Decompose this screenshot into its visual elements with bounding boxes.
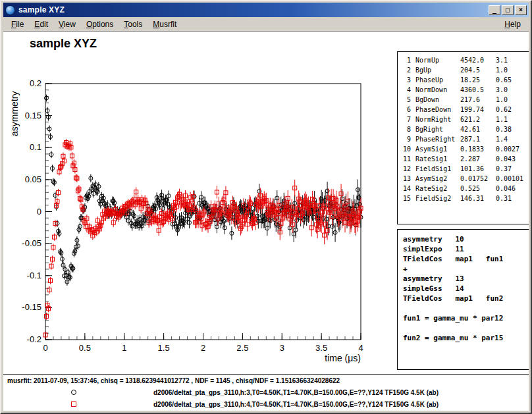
svg-text:3.5: 3.5 — [315, 343, 327, 353]
parameter-row: 8BgRight42.610.38 — [402, 126, 529, 136]
svg-text:1.5: 1.5 — [158, 343, 170, 353]
parameter-row: 1NormUp4542.03.1 — [402, 57, 529, 66]
theory-block: asymmetry 10simplExpo 11TFieldCos map1 f… — [397, 229, 529, 370]
parameter-row: 15FieldSig2146.310.31 — [402, 195, 529, 205]
menu-musrfit[interactable]: Musrfit — [147, 18, 182, 30]
svg-text:0.1: 0.1 — [30, 142, 41, 152]
svg-text:0.5: 0.5 — [79, 343, 91, 353]
pad-title: sample XYZ — [30, 37, 97, 51]
parameter-row: 9PhaseRight287.11.4 — [402, 136, 529, 145]
legend-row: d2006/deltat_pta_gps_3110,h:3,T0=4.50K,T… — [3, 388, 529, 398]
footer-separator — [3, 374, 529, 375]
svg-text:asymmetry: asymmetry — [9, 91, 20, 136]
svg-text:-0.1: -0.1 — [27, 271, 41, 280]
theory-line: + — [403, 265, 529, 274]
theory-line: simplExpo 11 — [403, 245, 529, 255]
parameter-row: 4NormDown4360.53.0 — [402, 86, 529, 96]
parameter-row: 2BgUp204.51.0 — [402, 66, 529, 76]
theory-line: asymmetry 13 — [403, 274, 529, 284]
menu-options[interactable]: Options — [81, 18, 119, 30]
theory-line: fun2 = gamma_mu * par15 — [403, 334, 529, 344]
parameter-row: 3PhaseUp18.250.65 — [402, 76, 529, 86]
menubar: FileEditViewOptionsToolsMusrfit Help — [3, 17, 529, 31]
parameter-row: 13AsymSig20.017520.00101 — [402, 175, 529, 185]
data-series-open-square — [43, 139, 363, 339]
theory-line — [403, 324, 529, 334]
app-window: sample XYZ _□× FileEditViewOptionsToolsM… — [0, 0, 532, 414]
plot-canvas[interactable]: 00.511.522.533.54-0.2-0.15-0.1-0.0500.05… — [3, 57, 385, 367]
close-button[interactable]: × — [515, 5, 527, 15]
maximize-button[interactable]: □ — [502, 5, 514, 15]
titlebar[interactable]: sample XYZ _□× — [3, 3, 529, 17]
menubar-items: FileEditViewOptionsToolsMusrfit — [6, 18, 182, 30]
svg-text:1: 1 — [122, 343, 126, 353]
svg-text:0.05: 0.05 — [25, 174, 41, 184]
app-icon — [5, 5, 15, 15]
svg-text:time (μs): time (μs) — [325, 353, 361, 363]
menu-file[interactable]: File — [6, 18, 29, 30]
svg-text:0.2: 0.2 — [30, 78, 41, 88]
window-title: sample XYZ — [18, 5, 65, 14]
menu-view[interactable]: View — [53, 18, 81, 30]
legend-row: d2006/deltat_pta_gps_3110,h:4,T0=4.50K,T… — [3, 400, 529, 410]
theory-line: simpleGss 14 — [403, 284, 529, 294]
svg-text:-0.15: -0.15 — [22, 302, 41, 312]
theory-line: fun1 = gamma_mu * par12 — [403, 314, 529, 324]
theory-line: asymmetry 10 — [403, 235, 529, 245]
square-marker-icon — [71, 401, 76, 407]
parameter-row: 11RateSig12.2870.043 — [402, 155, 529, 165]
parameter-row: 5BgDown217.61.0 — [402, 96, 529, 106]
menu-edit[interactable]: Edit — [29, 18, 53, 30]
svg-text:4: 4 — [358, 343, 363, 353]
svg-text:0: 0 — [43, 343, 47, 353]
menu-tools[interactable]: Tools — [119, 18, 147, 30]
theory-line: TFieldCos map1 fun2 — [403, 294, 529, 304]
parameter-row: 6PhaseDown199.740.62 — [402, 106, 529, 116]
window-controls: _□× — [489, 5, 527, 15]
svg-text:2.5: 2.5 — [236, 343, 248, 353]
theory-line — [403, 304, 529, 314]
parameter-table: 1NormUp4542.03.12BgUp204.51.03PhaseUp18.… — [397, 51, 529, 224]
parameter-row: 10AsymSig10.18330.0027 — [402, 145, 529, 155]
svg-text:-0.2: -0.2 — [27, 334, 41, 344]
theory-line: TFieldCos map1 fun1 — [403, 255, 529, 265]
fit-statistics-line: musrfit: 2011-07-09, 15:37:46, chisq = 1… — [7, 377, 340, 384]
minimize-button[interactable]: _ — [489, 5, 500, 15]
svg-text:3: 3 — [280, 343, 284, 353]
menu-help[interactable]: Help — [499, 18, 526, 30]
parameter-row: 7NormRight621.21.1 — [402, 116, 529, 126]
data-series-open-circle — [43, 76, 363, 286]
parameter-row: 14RateSig20.5250.046 — [402, 185, 529, 195]
circle-marker-icon — [71, 390, 76, 395]
svg-text:0: 0 — [37, 207, 41, 217]
root-canvas[interactable]: sample XYZ 00.511.522.533.54-0.2-0.15-0.… — [3, 31, 529, 411]
svg-text:-0.05: -0.05 — [22, 238, 41, 248]
svg-text:0.15: 0.15 — [25, 111, 41, 120]
legend-label: d2006/deltat_pta_gps_3110,h:4,T0=4.50K,T… — [153, 401, 439, 408]
legend-label: d2006/deltat_pta_gps_3110,h:3,T0=4.50K,T… — [153, 389, 439, 396]
svg-text:2: 2 — [201, 343, 205, 353]
parameter-row: 12FieldSig1101.360.37 — [402, 165, 529, 175]
